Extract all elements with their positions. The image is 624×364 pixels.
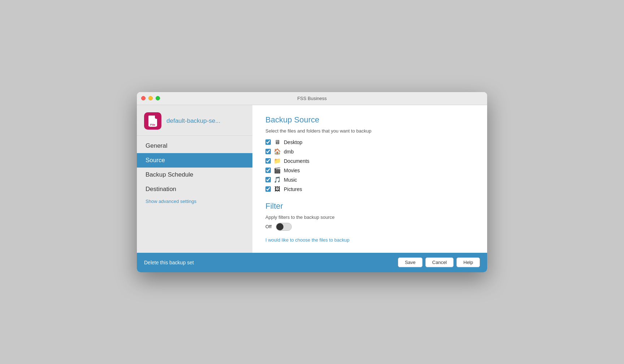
list-item: 📁 Documents xyxy=(265,157,474,165)
nav-items: General Source Backup Schedule Destinati… xyxy=(137,136,252,253)
app-window: FSS Business File default-backup-se... G… xyxy=(137,92,487,272)
backup-source-title: Backup Source xyxy=(265,115,474,125)
window-body: File default-backup-se... General Source… xyxy=(137,105,487,253)
documents-checkbox[interactable] xyxy=(265,158,271,164)
help-button[interactable]: Help xyxy=(456,257,480,267)
backup-source-subtitle: Select the files and folders that you wa… xyxy=(265,128,474,134)
traffic-lights xyxy=(141,96,160,100)
sidebar: File default-backup-se... General Source… xyxy=(137,105,252,253)
main-content: Backup Source Select the files and folde… xyxy=(252,105,487,253)
sidebar-item-source[interactable]: Source xyxy=(137,153,252,168)
list-item: 🎵 Music xyxy=(265,176,474,183)
app-name: default-backup-se... xyxy=(166,117,220,125)
list-item: 🎬 Movies xyxy=(265,167,474,174)
toggle-row: Off xyxy=(265,223,474,231)
sidebar-header: File default-backup-se... xyxy=(137,105,252,136)
music-checkbox[interactable] xyxy=(265,177,271,182)
pictures-label: Pictures xyxy=(284,186,302,192)
dmb-label: dmb xyxy=(284,149,294,155)
choose-files-link[interactable]: I would like to choose the files to back… xyxy=(265,237,474,243)
desktop-label: Desktop xyxy=(284,139,302,145)
toggle-label: Off xyxy=(265,224,272,229)
toggle-knob xyxy=(276,223,283,230)
music-label: Music xyxy=(284,177,297,183)
footer: Delete this backup set Save Cancel Help xyxy=(137,253,487,272)
app-icon: File xyxy=(144,112,161,130)
documents-label: Documents xyxy=(284,158,309,164)
filter-title: Filter xyxy=(265,202,474,211)
movies-icon: 🎬 xyxy=(274,167,281,174)
filter-subtitle: Apply filters to the backup source xyxy=(265,214,474,220)
maximize-button[interactable] xyxy=(156,96,160,100)
list-item: 🖥 Desktop xyxy=(265,139,474,146)
movies-label: Movies xyxy=(284,168,300,173)
save-button[interactable]: Save xyxy=(398,257,422,267)
delete-backup-set-link[interactable]: Delete this backup set xyxy=(144,260,194,265)
show-advanced-settings-link[interactable]: Show advanced settings xyxy=(137,196,252,206)
toggle-bg xyxy=(283,223,291,231)
sidebar-item-destination[interactable]: Destination xyxy=(137,182,252,196)
pictures-icon: 🖼 xyxy=(274,186,281,193)
pictures-checkbox[interactable] xyxy=(265,186,271,192)
movies-checkbox[interactable] xyxy=(265,168,271,173)
filter-toggle[interactable] xyxy=(276,223,292,231)
music-icon: 🎵 xyxy=(274,176,281,183)
list-item: 🖼 Pictures xyxy=(265,186,474,193)
window-title: FSS Business xyxy=(297,96,327,101)
sidebar-item-general[interactable]: General xyxy=(137,139,252,153)
titlebar: FSS Business xyxy=(137,92,487,105)
dmb-checkbox[interactable] xyxy=(265,149,271,154)
file-icon-label: File xyxy=(149,123,156,127)
minimize-button[interactable] xyxy=(148,96,153,100)
footer-buttons: Save Cancel Help xyxy=(398,257,480,267)
list-item: 🏠 dmb xyxy=(265,148,474,155)
checkbox-list: 🖥 Desktop 🏠 dmb 📁 Documents xyxy=(265,139,474,193)
backup-source-section: Backup Source Select the files and folde… xyxy=(265,115,474,193)
dmb-icon: 🏠 xyxy=(274,148,281,155)
filter-section: Filter Apply filters to the backup sourc… xyxy=(265,202,474,243)
documents-icon: 📁 xyxy=(274,157,281,165)
desktop-checkbox[interactable] xyxy=(265,139,271,145)
sidebar-item-backup-schedule[interactable]: Backup Schedule xyxy=(137,168,252,182)
cancel-button[interactable]: Cancel xyxy=(425,257,454,267)
desktop-icon: 🖥 xyxy=(274,139,281,146)
close-button[interactable] xyxy=(141,96,146,100)
